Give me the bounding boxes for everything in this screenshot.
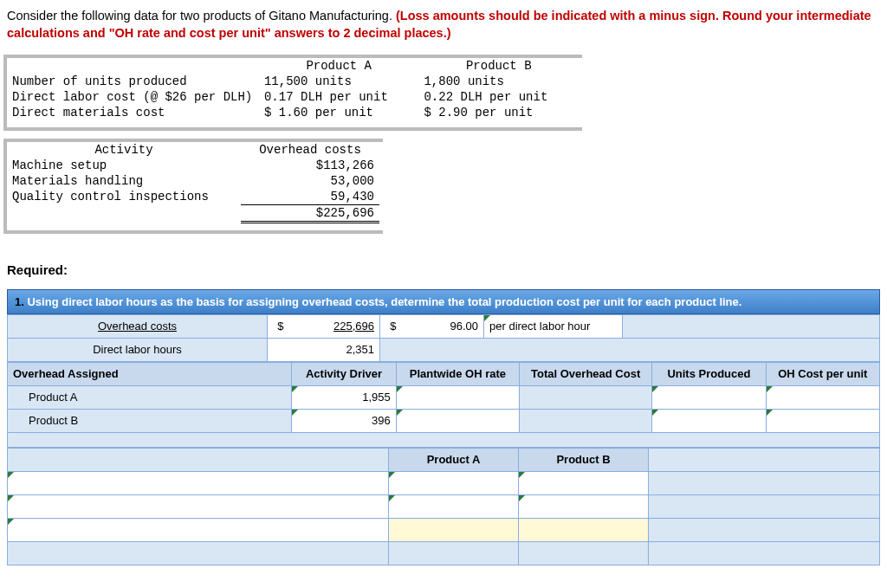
bottom-colB: Product B xyxy=(519,448,649,471)
assigned-col-1: Plantwide OH rate xyxy=(396,362,519,385)
pt-r2c2: $ 2.90 per unit xyxy=(418,105,579,120)
calc-r1-sym: $ xyxy=(268,314,294,338)
assigned-col-3: Units Produced xyxy=(652,362,766,385)
assigned-col-4: OH Cost per unit xyxy=(766,362,879,385)
bottom-r2-label-input[interactable] xyxy=(8,494,389,518)
overhead-table: Activity Overhead costs Machine setup $1… xyxy=(7,142,379,223)
ot-r0c0: Machine setup xyxy=(7,158,241,173)
pt-r2c1: $ 1.60 per unit xyxy=(259,105,419,120)
bottom-r2-a-input[interactable] xyxy=(389,494,519,518)
ot-total: $225,696 xyxy=(241,204,379,222)
assigned-rowB-driver-input[interactable]: 396 xyxy=(292,409,396,432)
pt-r1c1: 0.17 DLH per unit xyxy=(259,89,419,105)
pt-r2c0: Direct materials cost xyxy=(7,105,259,120)
bottom-r3-label-input[interactable] xyxy=(8,518,389,541)
pt-h2: Product B xyxy=(418,58,579,74)
calc-r1-rate-sym: $ xyxy=(380,314,406,338)
assigned-grid: Overhead Assigned Activity Driver Plantw… xyxy=(7,362,880,448)
assigned-rowA-rate-input[interactable] xyxy=(396,385,519,409)
question-bar: 1. Using direct labor hours as the basis… xyxy=(7,289,880,314)
assigned-rowB-label: Product B xyxy=(8,409,292,432)
bottom-r1-label-input[interactable] xyxy=(8,471,389,494)
required-label: Required: xyxy=(7,262,880,277)
pt-r0c0: Number of units produced xyxy=(7,74,259,89)
pt-r0c2: 1,800 units xyxy=(418,74,579,89)
assigned-rowB-ohcost-input[interactable] xyxy=(766,409,879,432)
calc-r1-rate-label-input[interactable]: per direct labor hour xyxy=(484,314,623,338)
pt-h0 xyxy=(7,58,259,74)
assigned-rowB-units-input[interactable] xyxy=(652,409,766,432)
ot-r1c0: Materials handling xyxy=(7,173,241,189)
calc-r2-val-input[interactable]: 2,351 xyxy=(294,338,380,361)
calc-r1-label: Overhead costs xyxy=(98,320,177,333)
ot-r2c1: 59,430 xyxy=(241,189,379,205)
assigned-col-2: Total Overhead Cost xyxy=(520,362,652,385)
instructions: Consider the following data for two prod… xyxy=(7,7,880,42)
assigned-rowA-ohcost-input[interactable] xyxy=(766,385,879,409)
bottom-r3-b-input[interactable] xyxy=(519,518,649,541)
ot-h1: Overhead costs xyxy=(241,142,379,158)
ot-r0c1: $113,266 xyxy=(241,158,379,173)
assigned-header: Overhead Assigned xyxy=(8,362,292,385)
assigned-rowA-label: Product A xyxy=(8,385,292,409)
pt-h1: Product A xyxy=(259,58,419,74)
bottom-grid: Product A Product B xyxy=(7,448,880,565)
calc-grid: Overhead costs $ 225,696 $ 96.00 per dir… xyxy=(7,314,880,362)
bottom-r1-b-input[interactable] xyxy=(519,471,649,494)
ot-r2c0: Quality control inspections xyxy=(7,189,241,205)
pt-r1c0: Direct labor cost (@ $26 per DLH) xyxy=(7,89,259,105)
question-num: 1. xyxy=(15,295,24,308)
assigned-rowA-driver-input[interactable]: 1,955 xyxy=(292,385,396,409)
assigned-col-0: Activity Driver xyxy=(292,362,396,385)
calc-r2-label: Direct labor hours xyxy=(8,338,268,361)
calc-r1-val-input[interactable]: 225,696 xyxy=(294,314,380,338)
pt-r1c2: 0.22 DLH per unit xyxy=(418,89,579,105)
bottom-r2-b-input[interactable] xyxy=(519,494,649,518)
bottom-colA: Product A xyxy=(389,448,519,471)
bottom-r3-a-input[interactable] xyxy=(389,518,519,541)
assigned-rowA-units-input[interactable] xyxy=(652,385,766,409)
question-text: Using direct labor hours as the basis fo… xyxy=(27,295,741,308)
assigned-rowB-rate-input[interactable] xyxy=(396,409,519,432)
calc-r1-rate-input[interactable]: 96.00 xyxy=(406,314,484,338)
bottom-r1-a-input[interactable] xyxy=(389,471,519,494)
ot-h0: Activity xyxy=(7,142,241,158)
instructions-lead: Consider the following data for two prod… xyxy=(7,9,396,23)
ot-r1c1: 53,000 xyxy=(241,173,379,189)
products-table: Product A Product B Number of units prod… xyxy=(7,58,579,120)
pt-r0c1: 11,500 units xyxy=(259,74,419,89)
